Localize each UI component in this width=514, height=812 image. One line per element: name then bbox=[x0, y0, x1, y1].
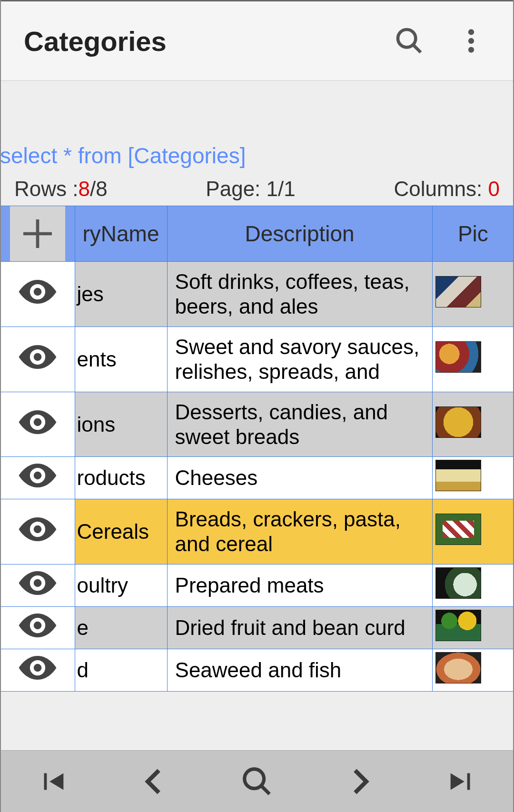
cell-category-name[interactable]: oultry bbox=[75, 564, 167, 607]
sql-query-text[interactable]: select * from [Categories] bbox=[0, 143, 514, 177]
eye-icon bbox=[17, 286, 58, 309]
column-header-description[interactable]: Description bbox=[167, 206, 432, 262]
svg-line-16 bbox=[261, 786, 269, 794]
table-row[interactable]: ionsDesserts, candies, and sweet breads bbox=[0, 392, 514, 457]
eye-icon bbox=[17, 524, 58, 547]
cell-description[interactable]: Desserts, candies, and sweet breads bbox=[167, 392, 432, 457]
thumbnail-image bbox=[435, 652, 481, 683]
last-page-button[interactable] bbox=[411, 751, 513, 812]
thumbnail-image bbox=[435, 514, 481, 545]
rows-total: /8 bbox=[90, 177, 108, 200]
column-header-picture[interactable]: Pic bbox=[432, 206, 514, 262]
table-row[interactable]: CerealsBreads, crackers, pasta, and cere… bbox=[0, 499, 514, 564]
cell-category-name[interactable]: roducts bbox=[75, 457, 167, 499]
cell-picture[interactable] bbox=[432, 649, 514, 692]
columns-value: 0 bbox=[488, 177, 500, 200]
cell-picture[interactable] bbox=[432, 327, 514, 392]
svg-point-14 bbox=[34, 664, 41, 672]
cell-category-name[interactable]: jes bbox=[75, 262, 167, 327]
svg-line-1 bbox=[414, 45, 421, 52]
cell-picture[interactable] bbox=[432, 262, 514, 327]
thumbnail-image bbox=[435, 276, 481, 307]
page-label: Page: bbox=[206, 177, 266, 200]
svg-point-8 bbox=[34, 353, 41, 360]
view-row-button[interactable] bbox=[0, 392, 75, 457]
eye-icon bbox=[17, 351, 58, 375]
svg-point-0 bbox=[398, 30, 415, 47]
plus-icon[interactable] bbox=[10, 206, 65, 261]
columns-label: Columns: bbox=[394, 177, 488, 200]
page-stat: Page: 1/1 bbox=[108, 177, 394, 201]
thumbnail-image bbox=[435, 567, 481, 599]
table-row[interactable]: jesSoft drinks, coffees, teas, beers, an… bbox=[0, 262, 514, 327]
svg-point-7 bbox=[34, 288, 41, 296]
page-title: Categories bbox=[24, 25, 366, 57]
svg-point-15 bbox=[245, 769, 264, 788]
svg-point-12 bbox=[34, 579, 41, 587]
thumbnail-image bbox=[435, 341, 481, 373]
view-row-button[interactable] bbox=[0, 457, 75, 499]
eye-icon bbox=[17, 577, 58, 601]
cell-picture[interactable] bbox=[432, 564, 514, 607]
stats-row: Rows :8/8 Page: 1/1 Columns: 0 bbox=[0, 177, 514, 206]
cell-picture[interactable] bbox=[432, 457, 514, 499]
first-page-button[interactable] bbox=[1, 751, 103, 812]
cell-description[interactable]: Sweet and savory sauces, relishes, sprea… bbox=[167, 327, 432, 392]
bottom-navigation-bar bbox=[1, 750, 513, 812]
cell-description[interactable]: Breads, crackers, pasta, and cereal bbox=[167, 499, 432, 564]
cell-category-name[interactable]: ents bbox=[75, 327, 167, 392]
cell-picture[interactable] bbox=[432, 499, 514, 564]
next-page-button[interactable] bbox=[308, 751, 411, 812]
data-table: ryName Description Pic jesSoft drinks, c… bbox=[0, 206, 514, 692]
view-row-button[interactable] bbox=[0, 564, 75, 607]
svg-point-9 bbox=[34, 418, 41, 426]
table-row[interactable]: oultryPrepared meats bbox=[0, 564, 514, 607]
table-row[interactable]: dSeaweed and fish bbox=[0, 649, 514, 692]
svg-point-13 bbox=[34, 622, 41, 629]
table-row[interactable]: entsSweet and savory sauces, relishes, s… bbox=[0, 327, 514, 392]
rows-label: Rows : bbox=[14, 177, 78, 200]
search-button[interactable] bbox=[206, 751, 308, 812]
prev-page-button[interactable] bbox=[103, 751, 206, 812]
columns-stat: Columns: 0 bbox=[394, 177, 500, 201]
thumbnail-image bbox=[435, 406, 481, 438]
table-row[interactable]: eDried fruit and bean curd bbox=[0, 607, 514, 649]
cell-category-name[interactable]: ions bbox=[75, 392, 167, 457]
page-value: 1/1 bbox=[267, 177, 296, 200]
view-row-button[interactable] bbox=[0, 327, 75, 392]
rows-current: 8 bbox=[78, 177, 89, 200]
cell-picture[interactable] bbox=[432, 392, 514, 457]
window-border-left bbox=[0, 0, 1, 812]
table-row[interactable]: roductsCheeses bbox=[0, 457, 514, 499]
eye-icon bbox=[17, 662, 58, 685]
view-row-button[interactable] bbox=[0, 607, 75, 649]
column-header-name[interactable]: ryName bbox=[75, 206, 167, 262]
cell-category-name[interactable]: d bbox=[75, 649, 167, 692]
add-row-header[interactable] bbox=[0, 206, 75, 262]
cell-description[interactable]: Prepared meats bbox=[167, 564, 432, 607]
svg-point-4 bbox=[468, 47, 474, 53]
cell-description[interactable]: Seaweed and fish bbox=[167, 649, 432, 692]
table-container[interactable]: ryName Description Pic jesSoft drinks, c… bbox=[0, 206, 514, 692]
view-row-button[interactable] bbox=[0, 499, 75, 564]
rows-stat: Rows :8/8 bbox=[14, 177, 108, 201]
cell-category-name[interactable]: e bbox=[75, 607, 167, 649]
cell-description[interactable]: Cheeses bbox=[167, 457, 432, 499]
cell-category-name[interactable]: Cereals bbox=[75, 499, 167, 564]
eye-icon bbox=[17, 620, 58, 643]
view-row-button[interactable] bbox=[0, 649, 75, 692]
eye-icon bbox=[17, 416, 58, 440]
search-icon[interactable] bbox=[390, 22, 428, 60]
view-row-button[interactable] bbox=[0, 262, 75, 327]
thumbnail-image bbox=[435, 460, 481, 491]
cell-picture[interactable] bbox=[432, 607, 514, 649]
svg-point-10 bbox=[34, 472, 41, 479]
thumbnail-image bbox=[435, 610, 481, 641]
content-area: select * from [Categories] Rows :8/8 Pag… bbox=[0, 81, 514, 692]
eye-icon bbox=[17, 470, 58, 493]
more-icon[interactable] bbox=[452, 22, 490, 60]
cell-description[interactable]: Soft drinks, coffees, teas, beers, and a… bbox=[167, 262, 432, 327]
svg-point-11 bbox=[34, 525, 41, 533]
cell-description[interactable]: Dried fruit and bean curd bbox=[167, 607, 432, 649]
svg-point-2 bbox=[468, 29, 474, 35]
